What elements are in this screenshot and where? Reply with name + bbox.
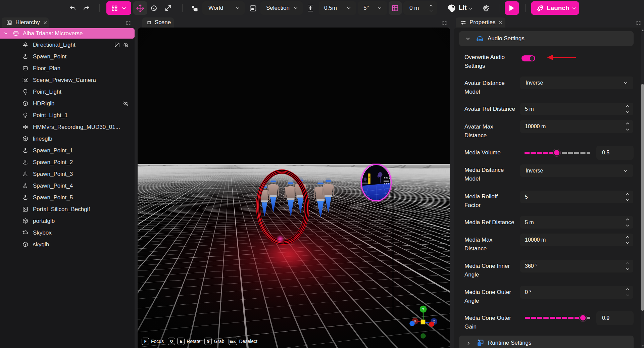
svg-text:Y: Y [422,307,425,311]
